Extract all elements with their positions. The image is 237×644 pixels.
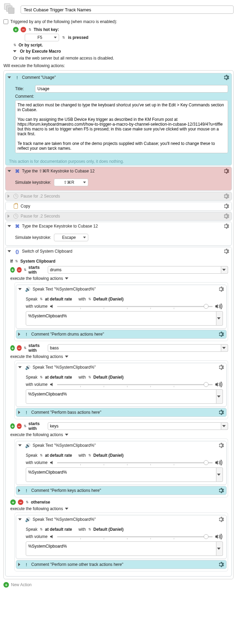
gear-icon[interactable] — [217, 516, 224, 523]
stepper-icon[interactable]: ⇅ — [24, 346, 26, 350]
gear-icon[interactable] — [223, 74, 229, 81]
stepper-icon[interactable]: ⇅ — [28, 28, 32, 31]
stepper-icon[interactable]: ⇅ — [88, 454, 91, 457]
action-type-keystroke-r[interactable]: ⌘ Type the ⇧⌘R Keystroke to Cubase 12 Si… — [5, 167, 232, 191]
or-by-script[interactable]: Or by script. — [19, 43, 43, 47]
action-copy[interactable]: Copy — [5, 202, 232, 211]
gear-icon[interactable] — [223, 168, 229, 175]
stepper-icon[interactable]: ⇅ — [40, 454, 43, 457]
disclosure-icon[interactable] — [65, 277, 68, 279]
disclosure-icon[interactable] — [18, 444, 22, 446]
stepper-icon[interactable]: ⇅ — [24, 268, 26, 272]
speak-text-input[interactable]: %SystemClipboard% — [26, 467, 216, 482]
stepper-icon[interactable]: ⇅ — [13, 43, 16, 47]
disclosure-icon[interactable] — [8, 170, 11, 172]
token-menu[interactable] — [216, 541, 223, 556]
gear-icon[interactable] — [217, 364, 224, 371]
disclosure-icon[interactable] — [18, 332, 20, 336]
add-trigger-button[interactable]: + — [13, 27, 19, 32]
token-menu[interactable] — [216, 389, 223, 404]
action-pause-disabled[interactable]: Pause for .2 Seconds — [5, 192, 232, 201]
disclosure-icon[interactable] — [8, 225, 11, 227]
add-case-button[interactable]: + — [10, 423, 15, 429]
or-by-execute-macro[interactable]: Or by Execute Macro — [20, 49, 61, 54]
volume-slider[interactable] — [57, 462, 213, 463]
volume-slider[interactable] — [57, 306, 213, 307]
add-case-button[interactable]: + — [10, 267, 15, 273]
comment-title-input[interactable] — [35, 85, 228, 93]
gear-icon[interactable] — [217, 561, 224, 568]
action-speak-text[interactable]: 🔊Speak Text "%SystemClipboard%"Speak ⇅ a… — [16, 515, 227, 559]
keystroke-field[interactable]: ⇧⌘R — [54, 179, 88, 186]
remove-case-button[interactable]: − — [17, 345, 21, 351]
token-menu[interactable] — [216, 467, 223, 482]
token-menu[interactable] — [221, 344, 228, 352]
action-type-escape[interactable]: ⌘ Type the Escape Keystroke to Cubase 12… — [5, 222, 232, 246]
disclosure-icon[interactable] — [18, 563, 20, 566]
disclosure-icon[interactable] — [65, 434, 68, 436]
action-speak-text[interactable]: 🔊Speak Text "%SystemClipboard%"Speak ⇅ a… — [16, 441, 227, 485]
gear-icon[interactable] — [217, 331, 224, 338]
action-comment[interactable]: !Comment "Perform drums actions here" — [16, 330, 227, 339]
volume-slider[interactable] — [57, 536, 213, 537]
stepper-icon[interactable]: ⇅ — [88, 528, 91, 531]
macro-icon[interactable] — [3, 3, 17, 17]
disclosure-icon[interactable] — [18, 288, 22, 290]
stepper-icon[interactable]: ⇅ — [40, 376, 43, 379]
action-comment-usage[interactable]: ! Comment "Usage" Title: Comment: The re… — [5, 73, 232, 166]
action-switch[interactable]: {} Switch of System Clipboard If ⇅ Syste… — [5, 247, 232, 577]
action-pause-disabled[interactable]: Pause for .2 Seconds — [5, 212, 232, 221]
remove-case-button[interactable]: − — [17, 267, 21, 273]
disclosure-icon[interactable] — [8, 194, 10, 198]
gear-icon[interactable] — [217, 409, 224, 416]
action-speak-text[interactable]: 🔊Speak Text "%SystemClipboard%"Speak ⇅ a… — [16, 285, 227, 329]
disclosure-icon[interactable] — [65, 508, 68, 510]
keystroke-field[interactable]: Escape — [54, 234, 88, 241]
remove-case-button[interactable]: − — [17, 423, 21, 429]
token-menu[interactable] — [216, 311, 223, 326]
remove-case-button[interactable]: − — [18, 499, 23, 505]
gear-icon[interactable] — [223, 223, 229, 230]
disclosure-icon[interactable] — [18, 489, 20, 492]
action-speak-text[interactable]: 🔊Speak Text "%SystemClipboard%"Speak ⇅ a… — [16, 363, 227, 407]
gear-icon[interactable] — [217, 286, 224, 293]
disclosure-icon[interactable] — [65, 356, 68, 358]
remove-trigger-button[interactable]: − — [21, 27, 26, 32]
add-case-button[interactable]: + — [10, 499, 16, 505]
gear-icon[interactable] — [223, 193, 229, 200]
action-comment[interactable]: !Comment "Perform keys actions here" — [16, 486, 227, 495]
stepper-icon[interactable]: ⇅ — [88, 376, 91, 379]
gear-icon[interactable] — [217, 487, 224, 494]
stepper-icon[interactable]: ⇅ — [40, 297, 43, 301]
gear-icon[interactable] — [223, 248, 229, 255]
token-menu[interactable] — [221, 422, 228, 430]
gear-icon[interactable] — [223, 203, 229, 210]
token-menu[interactable] — [221, 266, 228, 274]
stepper-icon[interactable]: ⇅ — [15, 260, 18, 263]
disclosure-icon[interactable] — [18, 411, 20, 414]
volume-slider[interactable] — [57, 384, 213, 385]
case-value-input[interactable] — [48, 266, 221, 274]
case-value-input[interactable] — [48, 422, 221, 430]
stepper-icon[interactable]: ⇅ — [62, 36, 65, 39]
macro-title-input[interactable] — [21, 6, 234, 14]
new-action-button[interactable]: + — [3, 582, 9, 588]
stepper-icon[interactable]: ⇅ — [40, 528, 43, 531]
add-case-button[interactable]: + — [10, 345, 15, 351]
trigger-enabled-checkbox[interactable] — [3, 19, 8, 24]
disclosure-icon[interactable] — [18, 518, 22, 520]
speak-text-input[interactable]: %SystemClipboard% — [26, 541, 216, 556]
stepper-icon[interactable]: ⇅ — [25, 500, 29, 504]
speak-text-input[interactable]: %SystemClipboard% — [26, 389, 216, 404]
disclosure-icon[interactable] — [8, 214, 10, 218]
case-value-input[interactable] — [48, 344, 221, 352]
speak-text-input[interactable]: %SystemClipboard% — [26, 311, 216, 326]
gear-icon[interactable] — [217, 442, 224, 449]
comment-body-textarea[interactable]: The red action must be changed to type t… — [15, 100, 228, 153]
disclosure-icon[interactable] — [13, 50, 16, 52]
stepper-icon[interactable]: ⇅ — [88, 297, 91, 301]
disclosure-icon[interactable] — [8, 76, 11, 78]
hotkey-field[interactable]: F5 — [25, 34, 59, 41]
action-comment[interactable]: !Comment "Perform some other track actio… — [16, 560, 227, 569]
gear-icon[interactable] — [223, 213, 229, 220]
